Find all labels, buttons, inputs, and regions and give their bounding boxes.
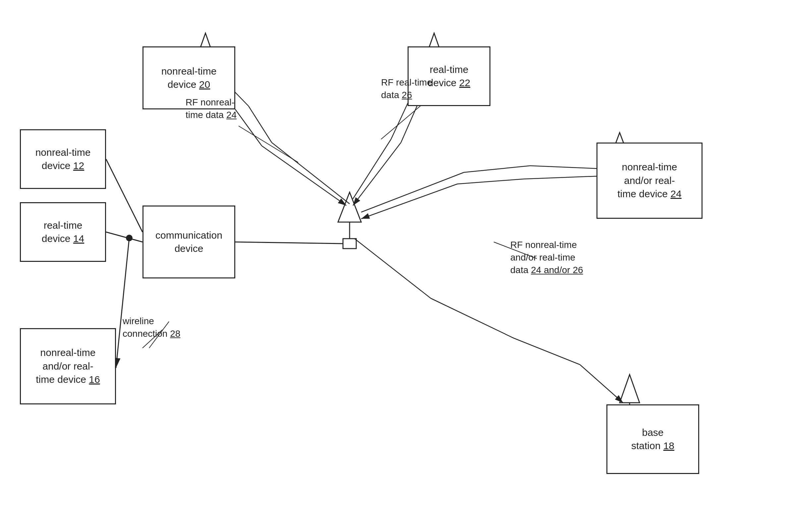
nonreal-time-24-label: nonreal-timeand/or real-time device 24 xyxy=(617,160,681,201)
svg-line-24 xyxy=(249,106,272,142)
svg-line-23 xyxy=(272,142,350,204)
svg-line-41 xyxy=(514,338,580,365)
svg-marker-2 xyxy=(338,192,361,222)
nonreal-time-20-label: nonreal-timedevice 20 xyxy=(161,65,217,92)
comm-device-box: communication device xyxy=(142,206,235,279)
wireline-connection-label: wirelineconnection 28 xyxy=(122,315,180,340)
nonreal-time-12-box: nonreal-timedevice 12 xyxy=(20,129,106,189)
svg-line-29 xyxy=(353,139,391,199)
nonreal-time-16-box: nonreal-timeand/or real-time device 16 xyxy=(20,328,116,404)
svg-line-20 xyxy=(116,238,129,368)
base-station-18-label: basestation 18 xyxy=(631,426,674,453)
comm-device-label: communication device xyxy=(147,229,231,255)
svg-line-27 xyxy=(235,109,262,146)
svg-line-43 xyxy=(238,126,298,163)
svg-line-28 xyxy=(262,146,346,206)
svg-line-40 xyxy=(431,298,514,338)
svg-marker-14 xyxy=(620,375,639,403)
svg-line-37 xyxy=(457,179,524,184)
svg-line-22 xyxy=(235,242,343,244)
svg-line-34 xyxy=(464,166,530,172)
real-time-14-label: real-timedevice 14 xyxy=(42,219,84,246)
central-antenna xyxy=(338,192,361,249)
svg-rect-4 xyxy=(343,239,356,249)
real-time-14-box: real-timedevice 14 xyxy=(20,202,106,262)
svg-line-33 xyxy=(361,172,464,212)
svg-line-18 xyxy=(106,232,142,242)
svg-line-17 xyxy=(106,159,142,232)
svg-line-38 xyxy=(361,184,457,219)
rf-real-time-26-label: RF real-timedata 26 xyxy=(381,76,432,101)
svg-line-39 xyxy=(354,239,431,298)
nonreal-time-16-label: nonreal-timeand/or real-time device 16 xyxy=(36,346,100,386)
svg-line-32 xyxy=(353,142,401,206)
nonreal-time-24-box: nonreal-timeand/or real-time device 24 xyxy=(596,142,703,219)
svg-point-19 xyxy=(126,235,133,241)
nonreal-time-12-label: nonreal-timedevice 12 xyxy=(36,146,91,173)
rf-nonreal-time-24-label: RF nonreal-time data 24 xyxy=(186,96,237,121)
svg-line-42 xyxy=(580,365,623,403)
diagram-container: communication device nonreal-timedevice … xyxy=(0,0,789,532)
real-time-22-label: real-timedevice 22 xyxy=(428,63,470,90)
base-station-18-box: basestation 18 xyxy=(607,404,699,474)
rf-nonreal-realtime-label: RF nonreal-timeand/or real-timedata 24 a… xyxy=(510,239,583,276)
svg-line-44 xyxy=(381,103,424,139)
